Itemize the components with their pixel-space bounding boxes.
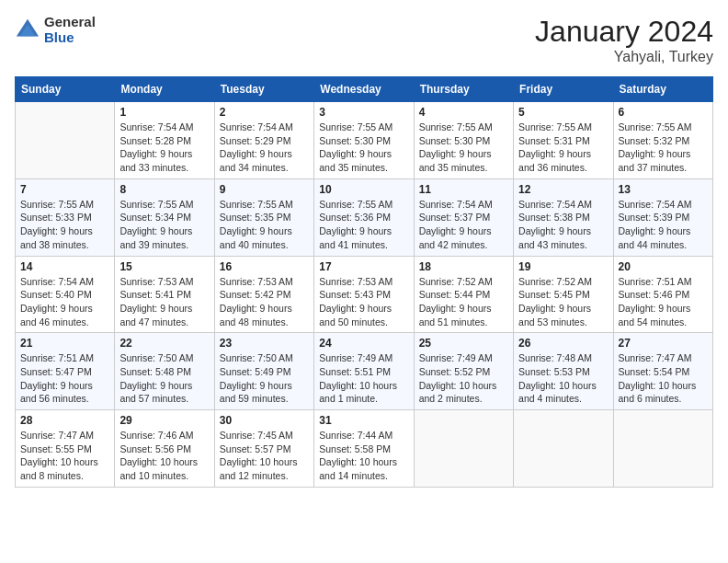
calendar-cell: 28 Sunrise: 7:47 AM Sunset: 5:55 PM Dayl… <box>16 410 115 488</box>
day-info: Sunrise: 7:47 AM Sunset: 5:54 PM Dayligh… <box>619 351 708 406</box>
calendar-cell: 23 Sunrise: 7:50 AM Sunset: 5:49 PM Dayl… <box>214 333 313 410</box>
calendar-cell <box>16 102 115 179</box>
day-info: Sunrise: 7:51 AM Sunset: 5:46 PM Dayligh… <box>619 275 708 329</box>
sunrise: Sunrise: 7:49 AM <box>319 352 392 363</box>
daylight: Daylight: 9 hours and 42 minutes. <box>419 225 492 250</box>
day-number: 10 <box>319 183 408 196</box>
sunrise: Sunrise: 7:54 AM <box>518 199 592 210</box>
logo: General Blue <box>15 15 96 45</box>
calendar-week-row: 7 Sunrise: 7:55 AM Sunset: 5:33 PM Dayli… <box>16 178 713 256</box>
day-number: 29 <box>119 414 209 427</box>
calendar-cell: 2 Sunrise: 7:54 AM Sunset: 5:29 PM Dayli… <box>214 102 313 179</box>
day-number: 11 <box>419 183 508 196</box>
sunrise: Sunrise: 7:52 AM <box>419 276 493 287</box>
calendar-cell: 15 Sunrise: 7:53 AM Sunset: 5:41 PM Dayl… <box>115 256 214 333</box>
daylight: Daylight: 9 hours and 41 minutes. <box>319 225 392 250</box>
daylight: Daylight: 9 hours and 50 minutes. <box>319 303 392 327</box>
sunset: Sunset: 5:37 PM <box>419 212 491 223</box>
day-number: 25 <box>419 337 508 350</box>
calendar-cell: 30 Sunrise: 7:45 AM Sunset: 5:57 PM Dayl… <box>214 410 313 488</box>
column-header-thursday: Thursday <box>414 77 513 102</box>
sunset: Sunset: 5:45 PM <box>518 289 590 300</box>
day-info: Sunrise: 7:47 AM Sunset: 5:55 PM Dayligh… <box>20 429 109 483</box>
sunset: Sunset: 5:32 PM <box>619 135 690 146</box>
calendar-cell: 25 Sunrise: 7:49 AM Sunset: 5:52 PM Dayl… <box>414 333 513 410</box>
calendar-cell: 26 Sunrise: 7:48 AM Sunset: 5:53 PM Dayl… <box>514 333 613 410</box>
logo-text: General Blue <box>44 15 96 45</box>
sunrise: Sunrise: 7:52 AM <box>518 276 592 287</box>
sunset: Sunset: 5:44 PM <box>419 289 491 300</box>
calendar-cell: 24 Sunrise: 7:49 AM Sunset: 5:51 PM Dayl… <box>314 333 414 410</box>
daylight: Daylight: 9 hours and 43 minutes. <box>518 225 591 250</box>
calendar-cell: 10 Sunrise: 7:55 AM Sunset: 5:36 PM Dayl… <box>314 178 414 256</box>
daylight: Daylight: 9 hours and 57 minutes. <box>119 380 192 405</box>
sunrise: Sunrise: 7:53 AM <box>319 276 392 287</box>
calendar-week-row: 1 Sunrise: 7:54 AM Sunset: 5:28 PM Dayli… <box>16 102 713 179</box>
day-number: 1 <box>119 106 209 119</box>
daylight: Daylight: 9 hours and 35 minutes. <box>319 148 392 173</box>
daylight: Daylight: 10 hours and 6 minutes. <box>619 380 697 405</box>
day-info: Sunrise: 7:49 AM Sunset: 5:51 PM Dayligh… <box>319 351 408 406</box>
daylight: Daylight: 9 hours and 37 minutes. <box>619 148 691 173</box>
sunset: Sunset: 5:40 PM <box>20 289 92 300</box>
sunrise: Sunrise: 7:55 AM <box>119 199 193 210</box>
daylight: Daylight: 10 hours and 10 minutes. <box>119 456 198 481</box>
day-info: Sunrise: 7:55 AM Sunset: 5:35 PM Dayligh… <box>220 198 309 252</box>
calendar-cell: 13 Sunrise: 7:54 AM Sunset: 5:39 PM Dayl… <box>613 178 712 256</box>
sunrise: Sunrise: 7:47 AM <box>20 430 94 441</box>
calendar-cell: 29 Sunrise: 7:46 AM Sunset: 5:56 PM Dayl… <box>115 410 214 488</box>
day-info: Sunrise: 7:52 AM Sunset: 5:45 PM Dayligh… <box>518 275 608 329</box>
calendar-cell: 4 Sunrise: 7:55 AM Sunset: 5:30 PM Dayli… <box>414 102 513 179</box>
month-title: January 2024 <box>535 15 713 49</box>
daylight: Daylight: 9 hours and 35 minutes. <box>419 148 492 173</box>
sunrise: Sunrise: 7:51 AM <box>619 276 692 287</box>
sunset: Sunset: 5:39 PM <box>619 212 690 223</box>
day-info: Sunrise: 7:54 AM Sunset: 5:37 PM Dayligh… <box>419 198 508 252</box>
calendar-week-row: 28 Sunrise: 7:47 AM Sunset: 5:55 PM Dayl… <box>16 410 713 488</box>
sunset: Sunset: 5:56 PM <box>119 443 191 454</box>
sunset: Sunset: 5:34 PM <box>119 212 191 223</box>
day-info: Sunrise: 7:44 AM Sunset: 5:58 PM Dayligh… <box>319 429 408 483</box>
sunrise: Sunrise: 7:55 AM <box>20 199 94 210</box>
daylight: Daylight: 10 hours and 4 minutes. <box>518 380 597 405</box>
sunrise: Sunrise: 7:51 AM <box>20 352 94 363</box>
day-info: Sunrise: 7:54 AM Sunset: 5:39 PM Dayligh… <box>619 198 708 252</box>
sunset: Sunset: 5:31 PM <box>518 135 590 146</box>
day-info: Sunrise: 7:51 AM Sunset: 5:47 PM Dayligh… <box>20 351 109 406</box>
daylight: Daylight: 9 hours and 48 minutes. <box>220 303 292 327</box>
day-info: Sunrise: 7:55 AM Sunset: 5:34 PM Dayligh… <box>119 198 209 252</box>
sunset: Sunset: 5:33 PM <box>20 212 92 223</box>
daylight: Daylight: 10 hours and 2 minutes. <box>419 380 497 405</box>
daylight: Daylight: 10 hours and 1 minute. <box>319 380 397 405</box>
day-info: Sunrise: 7:54 AM Sunset: 5:38 PM Dayligh… <box>518 198 608 252</box>
column-header-monday: Monday <box>115 77 214 102</box>
calendar-cell: 7 Sunrise: 7:55 AM Sunset: 5:33 PM Dayli… <box>16 178 115 256</box>
sunset: Sunset: 5:46 PM <box>619 289 690 300</box>
day-number: 24 <box>319 337 408 350</box>
day-number: 21 <box>20 337 109 350</box>
sunset: Sunset: 5:28 PM <box>119 135 191 146</box>
calendar-cell: 6 Sunrise: 7:55 AM Sunset: 5:32 PM Dayli… <box>613 102 712 179</box>
day-number: 20 <box>619 260 708 273</box>
daylight: Daylight: 9 hours and 53 minutes. <box>518 303 591 327</box>
day-info: Sunrise: 7:50 AM Sunset: 5:48 PM Dayligh… <box>119 351 209 406</box>
day-number: 12 <box>518 183 608 196</box>
calendar-cell: 16 Sunrise: 7:53 AM Sunset: 5:42 PM Dayl… <box>214 256 313 333</box>
sunset: Sunset: 5:54 PM <box>619 366 690 377</box>
sunset: Sunset: 5:30 PM <box>319 135 391 146</box>
logo-icon <box>15 17 40 43</box>
day-number: 14 <box>20 260 109 273</box>
calendar-header-row: SundayMondayTuesdayWednesdayThursdayFrid… <box>16 77 713 102</box>
daylight: Daylight: 9 hours and 59 minutes. <box>220 380 292 405</box>
column-header-wednesday: Wednesday <box>314 77 414 102</box>
calendar-cell: 5 Sunrise: 7:55 AM Sunset: 5:31 PM Dayli… <box>514 102 613 179</box>
day-info: Sunrise: 7:54 AM Sunset: 5:28 PM Dayligh… <box>119 121 209 175</box>
day-number: 18 <box>419 260 508 273</box>
calendar-cell: 22 Sunrise: 7:50 AM Sunset: 5:48 PM Dayl… <box>115 333 214 410</box>
sunset: Sunset: 5:55 PM <box>20 443 92 454</box>
sunrise: Sunrise: 7:54 AM <box>619 199 692 210</box>
daylight: Daylight: 9 hours and 33 minutes. <box>119 148 192 173</box>
sunrise: Sunrise: 7:48 AM <box>518 352 592 363</box>
sunset: Sunset: 5:51 PM <box>319 366 391 377</box>
daylight: Daylight: 10 hours and 14 minutes. <box>319 456 397 481</box>
